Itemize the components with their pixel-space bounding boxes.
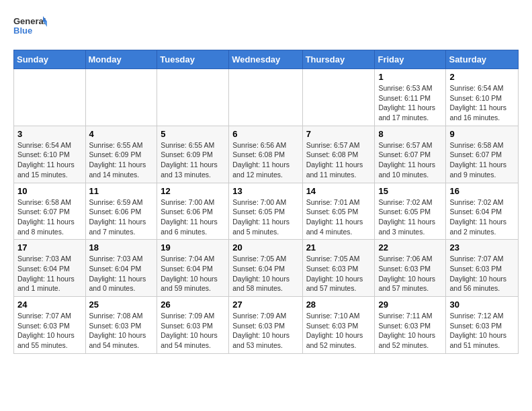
day-info: Sunrise: 7:00 AM Sunset: 6:06 PM Dayligh… <box>161 197 225 237</box>
calendar-cell: 10Sunrise: 6:58 AM Sunset: 6:07 PM Dayli… <box>14 183 86 240</box>
day-info: Sunrise: 6:56 AM Sunset: 6:08 PM Dayligh… <box>232 140 298 180</box>
day-number: 12 <box>161 186 225 196</box>
calendar-cell: 8Sunrise: 6:57 AM Sunset: 6:07 PM Daylig… <box>375 126 446 183</box>
day-info: Sunrise: 6:59 AM Sunset: 6:06 PM Dayligh… <box>89 197 154 237</box>
calendar-cell <box>157 69 229 126</box>
calendar-cell: 27Sunrise: 7:09 AM Sunset: 6:03 PM Dayli… <box>229 297 302 354</box>
calendar-cell: 15Sunrise: 7:02 AM Sunset: 6:05 PM Dayli… <box>375 183 446 240</box>
day-number: 8 <box>378 129 442 139</box>
day-number: 21 <box>306 242 371 253</box>
calendar-week-row: 24Sunrise: 7:07 AM Sunset: 6:03 PM Dayli… <box>14 297 519 354</box>
calendar-cell <box>302 69 375 126</box>
calendar-cell: 3Sunrise: 6:54 AM Sunset: 6:10 PM Daylig… <box>14 126 86 183</box>
day-number: 19 <box>161 242 225 253</box>
day-number: 17 <box>17 242 82 253</box>
calendar-cell: 6Sunrise: 6:56 AM Sunset: 6:08 PM Daylig… <box>229 126 302 183</box>
day-number: 27 <box>232 300 298 310</box>
day-info: Sunrise: 7:07 AM Sunset: 6:03 PM Dayligh… <box>449 254 515 293</box>
day-number: 14 <box>306 186 371 196</box>
weekday-header: Friday <box>375 50 446 69</box>
day-info: Sunrise: 6:54 AM Sunset: 6:10 PM Dayligh… <box>449 83 515 123</box>
day-info: Sunrise: 7:09 AM Sunset: 6:03 PM Dayligh… <box>232 311 298 351</box>
day-number: 23 <box>449 242 515 253</box>
day-number: 2 <box>449 72 515 82</box>
day-info: Sunrise: 6:58 AM Sunset: 6:07 PM Dayligh… <box>449 140 515 180</box>
day-info: Sunrise: 7:08 AM Sunset: 6:03 PM Dayligh… <box>89 311 154 351</box>
calendar-week-row: 3Sunrise: 6:54 AM Sunset: 6:10 PM Daylig… <box>14 126 519 183</box>
logo: General Blue <box>13 13 47 43</box>
calendar-cell: 22Sunrise: 7:06 AM Sunset: 6:03 PM Dayli… <box>375 240 446 297</box>
day-number: 20 <box>232 242 298 253</box>
weekday-header: Tuesday <box>157 50 229 69</box>
day-info: Sunrise: 6:54 AM Sunset: 6:10 PM Dayligh… <box>17 140 82 180</box>
weekday-header: Sunday <box>14 50 86 69</box>
calendar-cell: 21Sunrise: 7:05 AM Sunset: 6:03 PM Dayli… <box>302 240 375 297</box>
calendar-cell: 4Sunrise: 6:55 AM Sunset: 6:09 PM Daylig… <box>85 126 157 183</box>
day-info: Sunrise: 7:00 AM Sunset: 6:05 PM Dayligh… <box>232 197 298 237</box>
calendar-week-row: 1Sunrise: 6:53 AM Sunset: 6:11 PM Daylig… <box>14 69 519 126</box>
day-number: 26 <box>161 300 225 310</box>
calendar-table: SundayMondayTuesdayWednesdayThursdayFrid… <box>13 50 519 354</box>
day-number: 5 <box>161 129 225 139</box>
day-info: Sunrise: 7:07 AM Sunset: 6:03 PM Dayligh… <box>17 311 82 351</box>
weekday-header: Monday <box>85 50 157 69</box>
logo-icon: General Blue <box>13 13 47 43</box>
day-number: 4 <box>89 129 154 139</box>
day-number: 18 <box>89 242 154 253</box>
day-number: 25 <box>89 300 154 310</box>
day-number: 22 <box>378 242 442 253</box>
day-number: 6 <box>232 129 298 139</box>
day-number: 29 <box>378 300 442 310</box>
day-info: Sunrise: 6:58 AM Sunset: 6:07 PM Dayligh… <box>17 197 82 237</box>
day-number: 11 <box>89 186 154 196</box>
calendar-week-row: 10Sunrise: 6:58 AM Sunset: 6:07 PM Dayli… <box>14 183 519 240</box>
calendar-cell <box>85 69 157 126</box>
calendar-cell <box>14 69 86 126</box>
day-number: 30 <box>449 300 515 310</box>
calendar-cell: 1Sunrise: 6:53 AM Sunset: 6:11 PM Daylig… <box>375 69 446 126</box>
day-info: Sunrise: 6:57 AM Sunset: 6:07 PM Dayligh… <box>378 140 442 180</box>
calendar-cell: 7Sunrise: 6:57 AM Sunset: 6:08 PM Daylig… <box>302 126 375 183</box>
day-number: 15 <box>378 186 442 196</box>
day-info: Sunrise: 6:55 AM Sunset: 6:09 PM Dayligh… <box>161 140 225 180</box>
calendar-cell: 29Sunrise: 7:11 AM Sunset: 6:03 PM Dayli… <box>375 297 446 354</box>
day-info: Sunrise: 7:01 AM Sunset: 6:05 PM Dayligh… <box>306 197 371 237</box>
day-number: 13 <box>232 186 298 196</box>
day-info: Sunrise: 6:57 AM Sunset: 6:08 PM Dayligh… <box>306 140 371 180</box>
calendar-cell: 18Sunrise: 7:03 AM Sunset: 6:04 PM Dayli… <box>85 240 157 297</box>
calendar-cell: 24Sunrise: 7:07 AM Sunset: 6:03 PM Dayli… <box>14 297 86 354</box>
calendar-cell: 16Sunrise: 7:02 AM Sunset: 6:04 PM Dayli… <box>446 183 519 240</box>
day-number: 16 <box>449 186 515 196</box>
calendar-cell: 13Sunrise: 7:00 AM Sunset: 6:05 PM Dayli… <box>229 183 302 240</box>
calendar-cell: 20Sunrise: 7:05 AM Sunset: 6:04 PM Dayli… <box>229 240 302 297</box>
day-info: Sunrise: 7:12 AM Sunset: 6:03 PM Dayligh… <box>449 311 515 351</box>
calendar-cell: 26Sunrise: 7:09 AM Sunset: 6:03 PM Dayli… <box>157 297 229 354</box>
calendar-cell: 30Sunrise: 7:12 AM Sunset: 6:03 PM Dayli… <box>446 297 519 354</box>
calendar-cell: 2Sunrise: 6:54 AM Sunset: 6:10 PM Daylig… <box>446 69 519 126</box>
day-number: 28 <box>306 300 371 310</box>
day-info: Sunrise: 6:55 AM Sunset: 6:09 PM Dayligh… <box>89 140 154 180</box>
day-info: Sunrise: 7:05 AM Sunset: 6:03 PM Dayligh… <box>306 254 371 293</box>
day-number: 1 <box>378 72 442 82</box>
day-number: 9 <box>449 129 515 139</box>
calendar-cell: 9Sunrise: 6:58 AM Sunset: 6:07 PM Daylig… <box>446 126 519 183</box>
weekday-header: Thursday <box>302 50 375 69</box>
calendar-week-row: 17Sunrise: 7:03 AM Sunset: 6:04 PM Dayli… <box>14 240 519 297</box>
day-info: Sunrise: 7:10 AM Sunset: 6:03 PM Dayligh… <box>306 311 371 351</box>
svg-text:Blue: Blue <box>13 26 32 36</box>
day-number: 3 <box>17 129 82 139</box>
svg-text:General: General <box>13 16 46 26</box>
calendar-cell: 28Sunrise: 7:10 AM Sunset: 6:03 PM Dayli… <box>302 297 375 354</box>
calendar-header-row: SundayMondayTuesdayWednesdayThursdayFrid… <box>14 50 519 69</box>
calendar-cell: 14Sunrise: 7:01 AM Sunset: 6:05 PM Dayli… <box>302 183 375 240</box>
page-header: General Blue <box>13 13 519 43</box>
day-info: Sunrise: 7:02 AM Sunset: 6:05 PM Dayligh… <box>378 197 442 237</box>
calendar-cell: 17Sunrise: 7:03 AM Sunset: 6:04 PM Dayli… <box>14 240 86 297</box>
calendar-cell: 12Sunrise: 7:00 AM Sunset: 6:06 PM Dayli… <box>157 183 229 240</box>
day-info: Sunrise: 7:09 AM Sunset: 6:03 PM Dayligh… <box>161 311 225 351</box>
calendar-cell: 5Sunrise: 6:55 AM Sunset: 6:09 PM Daylig… <box>157 126 229 183</box>
day-info: Sunrise: 7:03 AM Sunset: 6:04 PM Dayligh… <box>17 254 82 293</box>
weekday-header: Wednesday <box>229 50 302 69</box>
calendar-cell <box>229 69 302 126</box>
day-number: 24 <box>17 300 82 310</box>
